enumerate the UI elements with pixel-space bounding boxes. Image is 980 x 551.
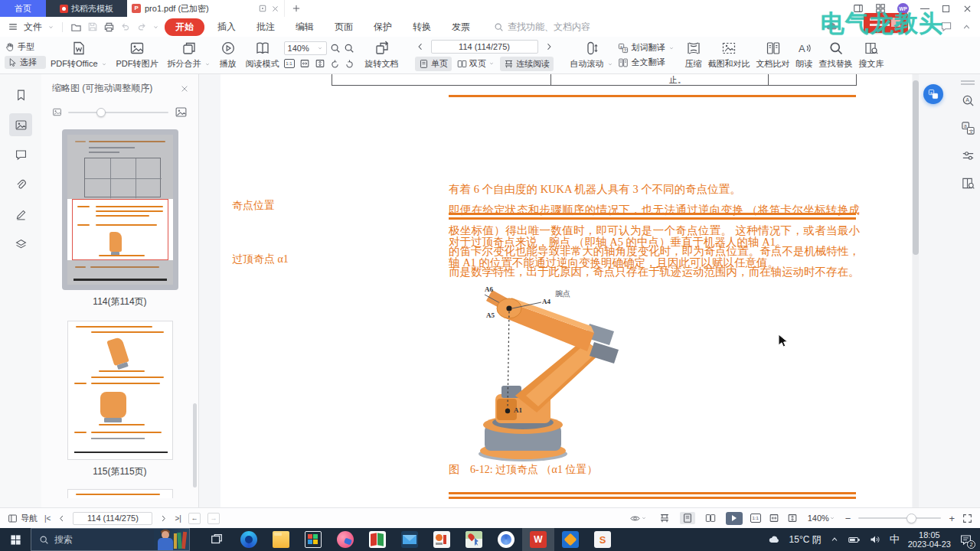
- tab-docer-template[interactable]: 找稻壳模板: [46, 0, 127, 17]
- comment-list-icon[interactable]: [9, 143, 32, 166]
- rotate-document-button[interactable]: 旋转文档: [361, 41, 403, 70]
- history-forward-button[interactable]: →: [207, 513, 220, 524]
- zoom-in-icon[interactable]: [344, 43, 354, 54]
- fullscreen-icon[interactable]: [962, 514, 972, 523]
- rotate-right-icon[interactable]: [345, 59, 354, 69]
- menu-tab-convert[interactable]: 转换: [405, 18, 439, 36]
- last-page-button[interactable]: >|: [175, 514, 181, 523]
- hand-tool-button[interactable]: 手型: [5, 41, 46, 53]
- read-aloud-button[interactable]: 朗读: [793, 41, 816, 70]
- ime-indicator[interactable]: 中: [890, 533, 900, 546]
- menu-tab-home[interactable]: 开始: [165, 18, 204, 36]
- read-mode-button[interactable]: 阅读模式: [241, 41, 284, 70]
- document-compare-button[interactable]: 文档比对: [753, 41, 793, 70]
- tray-expand-icon[interactable]: [830, 535, 839, 544]
- zoom-slider[interactable]: [858, 517, 941, 519]
- next-page-button[interactable]: [159, 514, 168, 523]
- quickbar-caret-icon[interactable]: [152, 24, 159, 29]
- file-explorer-icon[interactable]: [265, 528, 297, 551]
- status-continuous-icon[interactable]: [657, 512, 672, 524]
- open-file-icon[interactable]: [70, 21, 82, 33]
- hamburger-menu-icon[interactable]: [8, 21, 18, 32]
- battery-icon[interactable]: [848, 533, 861, 546]
- play-button[interactable]: 播放: [215, 41, 241, 70]
- search-library-icon[interactable]: [961, 176, 975, 191]
- zoom-plus-button[interactable]: +: [949, 513, 955, 524]
- menu-tab-insert[interactable]: 插入: [210, 18, 243, 36]
- status-page-input[interactable]: 114 (114/275): [73, 512, 152, 525]
- translate-icon[interactable]: [961, 121, 975, 135]
- full-translate-button[interactable]: 全文翻译: [618, 57, 682, 68]
- mail-icon[interactable]: [394, 528, 426, 551]
- status-fit-width-icon[interactable]: [769, 513, 779, 523]
- history-back-button[interactable]: ←: [188, 513, 201, 524]
- word-translate-button[interactable]: 划词翻译: [618, 42, 682, 54]
- fit-page-icon[interactable]: [315, 58, 325, 69]
- pdf-to-image-button[interactable]: PDF转图片: [112, 41, 163, 70]
- weather-cloud-icon[interactable]: [768, 533, 781, 546]
- double-page-button[interactable]: 双页: [453, 57, 498, 71]
- zoom-minus-button[interactable]: −: [845, 513, 851, 524]
- actual-size-icon[interactable]: 1:1: [284, 59, 295, 68]
- continuous-read-button[interactable]: 连续阅读: [500, 57, 554, 71]
- slider-knob[interactable]: [96, 108, 106, 117]
- microsoft-store-icon[interactable]: [297, 528, 329, 551]
- print-icon[interactable]: [103, 21, 115, 33]
- signature-panel-icon[interactable]: [9, 203, 32, 226]
- notes-app-icon[interactable]: [426, 528, 458, 551]
- split-merge-button[interactable]: 拆分合并: [163, 41, 215, 70]
- find-icon[interactable]: [961, 93, 975, 108]
- fit-width-icon[interactable]: [299, 58, 310, 69]
- search-highlight-image[interactable]: [154, 529, 189, 550]
- security-app-icon[interactable]: [361, 528, 394, 551]
- find-replace-button[interactable]: 查找替换: [816, 41, 856, 70]
- first-page-button[interactable]: |<: [44, 514, 51, 523]
- rail-drag-handle[interactable]: [961, 80, 975, 85]
- weather-text[interactable]: 15°C 阴: [789, 533, 822, 546]
- undo-icon[interactable]: [120, 21, 131, 32]
- tab-document[interactable]: pro1.pdf (已加密): [127, 0, 285, 17]
- menu-tab-page[interactable]: 页面: [327, 18, 361, 36]
- thumbnails-panel-icon[interactable]: [9, 113, 32, 136]
- tab-home[interactable]: 首页: [0, 0, 46, 17]
- layers-panel-icon[interactable]: [9, 233, 32, 256]
- screenshot-compare-button[interactable]: 截图和对比: [705, 41, 753, 70]
- select-tool-button[interactable]: 选择: [5, 56, 46, 69]
- document-viewport[interactable]: 止。 奇点位置 有着 6 个自由度的 KUKA 机器人具有 3 个不同的奇点位置…: [199, 74, 980, 507]
- map-app-icon[interactable]: [458, 528, 490, 551]
- pin-tab-icon[interactable]: [258, 4, 267, 13]
- menu-tab-annotate[interactable]: 批注: [249, 18, 283, 36]
- remote-app-icon[interactable]: [554, 528, 586, 551]
- next-page-icon[interactable]: [544, 42, 554, 51]
- panel-scrollbar-thumb[interactable]: [193, 403, 197, 487]
- s-app-icon[interactable]: S: [586, 528, 619, 551]
- status-zoom-select[interactable]: 140%: [805, 513, 838, 523]
- new-tab-button[interactable]: [289, 2, 303, 15]
- edge-browser-icon[interactable]: [233, 528, 265, 551]
- menu-tab-protect[interactable]: 保护: [366, 18, 400, 36]
- eye-protection-button[interactable]: [627, 512, 649, 525]
- action-center-button[interactable]: 2: [959, 533, 972, 546]
- redo-icon[interactable]: [136, 21, 147, 32]
- taskbar-search-box[interactable]: 搜索: [31, 528, 190, 551]
- start-button[interactable]: [0, 528, 31, 551]
- previous-page-icon[interactable]: [416, 42, 425, 51]
- volume-icon[interactable]: [869, 533, 881, 546]
- zoom-slider-knob[interactable]: [906, 514, 916, 523]
- status-actual-size-icon[interactable]: 1:1: [750, 514, 761, 523]
- floating-tool-button[interactable]: [923, 84, 943, 104]
- thumbnail-item-115[interactable]: 115(第115页): [41, 321, 198, 478]
- wps-office-icon[interactable]: W: [522, 528, 554, 551]
- thumbnail-item-114[interactable]: 114(第114页): [41, 129, 198, 308]
- close-tab-icon[interactable]: [271, 5, 279, 13]
- rotate-left-icon[interactable]: [330, 59, 340, 69]
- status-fit-page-icon[interactable]: [787, 513, 798, 523]
- status-double-page-icon[interactable]: [703, 512, 718, 524]
- thumbnail-size-slider[interactable]: [41, 95, 198, 119]
- menu-tab-edit[interactable]: 编辑: [288, 18, 322, 36]
- thumbnail-item-next-partial[interactable]: [41, 489, 198, 498]
- vertical-scrollbar[interactable]: [913, 74, 919, 507]
- taskbar-clock[interactable]: 18:05 2023-04-23: [908, 530, 951, 549]
- function-search-input[interactable]: 查找功能、文档内容: [494, 21, 590, 34]
- search-library-button[interactable]: 搜文库: [856, 41, 887, 70]
